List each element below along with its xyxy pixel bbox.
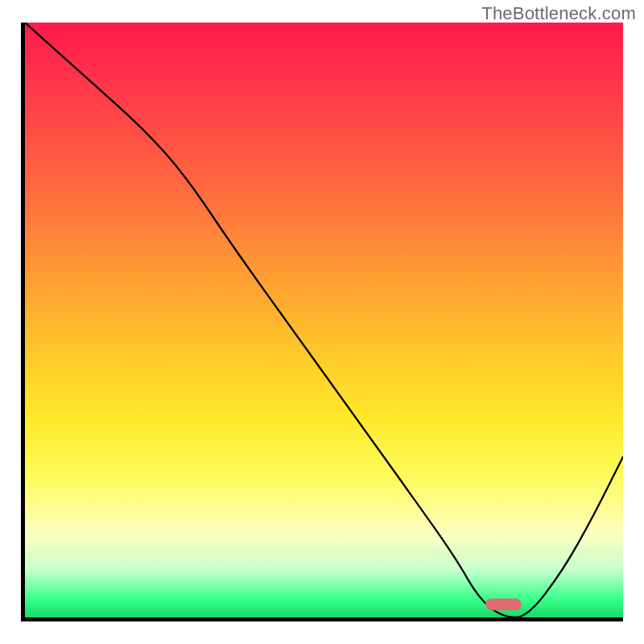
optimal-marker	[485, 598, 522, 610]
plot-area	[21, 23, 623, 621]
watermark-text: TheBottleneck.com	[481, 3, 636, 24]
chart-container: TheBottleneck.com	[0, 0, 644, 644]
curve-layer	[25, 23, 623, 617]
bottleneck-curve	[25, 23, 623, 617]
